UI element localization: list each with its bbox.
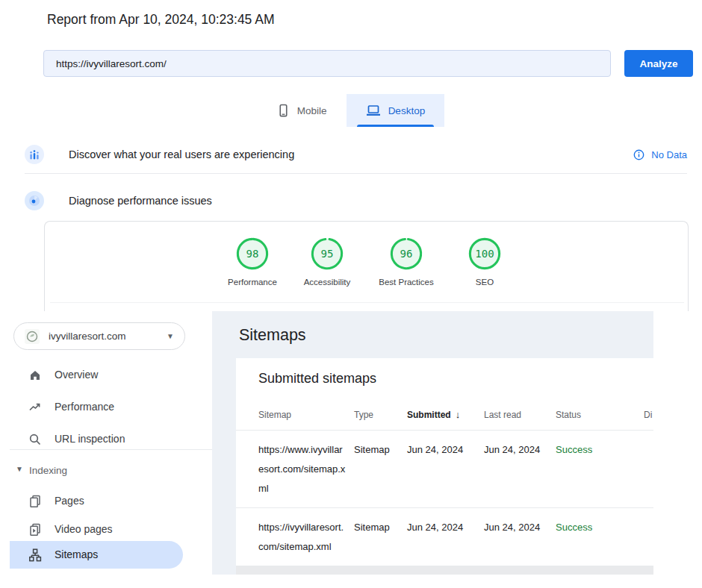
gauge-performance[interactable]: 98 Performance <box>219 237 286 287</box>
screen: Report from Apr 10, 2024, 10:23:45 AM An… <box>0 0 702 588</box>
laptop-icon <box>366 104 381 117</box>
diagnose-row: Diagnose performance issues <box>25 188 687 213</box>
report-title: Report from Apr 10, 2024, 10:23:45 AM <box>47 12 275 28</box>
gsc-sidebar: ivyvillaresort.com ▼ Overview Performanc… <box>10 311 212 575</box>
cell-type: Sitemap <box>354 440 407 498</box>
tab-desktop-label: Desktop <box>388 105 426 116</box>
column-header-last-read[interactable]: Last read <box>484 410 556 420</box>
section-divider <box>25 173 687 174</box>
tab-mobile-label: Mobile <box>297 105 327 116</box>
sidebar-item-label: Sitemaps <box>55 548 98 560</box>
card-title: Submitted sitemaps <box>236 358 653 387</box>
chevron-down-icon: ▼ <box>167 332 174 340</box>
diagnose-label: Diagnose performance issues <box>69 195 212 207</box>
smartphone-icon <box>277 104 290 118</box>
sidebar-item-label: Pages <box>55 495 84 507</box>
cell-type: Sitemap <box>354 518 407 557</box>
field-data-row: Discover what your real users are experi… <box>25 142 687 167</box>
score-label: Accessibility <box>293 278 361 287</box>
cell-sitemap-url: https://www.ivyvillaresort.com/sitemap.x… <box>258 440 354 498</box>
pagespeed-report-section: Report from Apr 10, 2024, 10:23:45 AM An… <box>0 0 702 311</box>
sidebar-group-label: Indexing <box>29 465 67 476</box>
sidebar-item-performance[interactable]: Performance <box>10 392 193 423</box>
device-tabs: Mobile Desktop <box>0 94 702 127</box>
pages-icon <box>28 495 42 508</box>
table-header-row: Sitemap Type Submitted↓ Last read Status… <box>236 409 653 431</box>
score-value: 95 <box>293 237 361 271</box>
sidebar-item-label: URL inspection <box>55 433 125 445</box>
status-badge: Success <box>556 440 644 498</box>
url-input[interactable] <box>43 50 611 77</box>
analyze-button[interactable]: Analyze <box>624 50 693 77</box>
chevron-down-icon: ▼ <box>16 465 23 473</box>
real-users-icon <box>25 145 44 164</box>
sidebar-item-url-inspection[interactable]: URL inspection <box>10 424 193 455</box>
sidebar-item-label: Performance <box>55 401 114 413</box>
column-header-discovered[interactable]: Di <box>644 410 653 420</box>
column-header-sitemap[interactable]: Sitemap <box>258 410 354 420</box>
page-title: Sitemaps <box>239 326 306 345</box>
home-icon <box>28 369 42 382</box>
info-icon[interactable] <box>633 149 644 160</box>
table-row[interactable]: https://www.ivyvillaresort.com/sitemap.x… <box>236 431 653 508</box>
gsc-main-area: Sitemaps Submitted sitemaps Sitemap Type… <box>212 311 653 575</box>
sidebar-item-label: Overview <box>55 369 98 381</box>
field-data-label: Discover what your real users are experi… <box>69 148 294 160</box>
column-header-label: Submitted <box>407 410 451 420</box>
sort-desc-icon: ↓ <box>456 409 461 420</box>
sidebar-item-sitemaps[interactable]: Sitemaps <box>10 539 193 571</box>
sidebar-divider <box>10 449 212 450</box>
sidebar-item-overview[interactable]: Overview <box>10 360 193 391</box>
tab-mobile[interactable]: Mobile <box>258 94 347 127</box>
property-name: ivyvillaresort.com <box>49 331 126 342</box>
tab-desktop[interactable]: Desktop <box>347 94 445 127</box>
cell-sitemap-url: https://ivyvillaresort.com/sitemap.xml <box>258 518 354 557</box>
property-favicon <box>25 329 40 344</box>
score-value: 100 <box>451 237 518 271</box>
search-icon <box>28 433 42 446</box>
gauge-accessibility[interactable]: 95 Accessibility <box>293 237 361 287</box>
submitted-sitemaps-card: Submitted sitemaps Sitemap Type Submitte… <box>236 358 653 575</box>
diagnose-icon <box>25 191 44 210</box>
score-label: SEO <box>451 278 518 287</box>
cell-submitted: Jun 24, 2024 <box>407 518 484 557</box>
cell-submitted: Jun 24, 2024 <box>407 440 484 498</box>
property-selector[interactable]: ivyvillaresort.com ▼ <box>13 322 185 350</box>
column-header-submitted[interactable]: Submitted↓ <box>407 409 484 420</box>
score-label: Best Practices <box>373 278 440 287</box>
cell-discovered <box>644 518 653 557</box>
score-value: 98 <box>219 237 286 271</box>
sidebar-item-pages[interactable]: Pages <box>10 486 193 517</box>
no-data-link[interactable]: No Data <box>651 149 687 160</box>
cell-last-read: Jun 24, 2024 <box>484 518 556 557</box>
sitemaps-icon <box>28 548 42 562</box>
score-value: 96 <box>373 237 440 271</box>
sidebar-group-indexing[interactable]: ▼ Indexing <box>10 461 193 484</box>
sidebar-item-label: Video pages <box>55 523 113 535</box>
trending-up-icon <box>28 401 42 414</box>
column-header-status[interactable]: Status <box>556 410 644 420</box>
gauge-seo[interactable]: 100 SEO <box>451 237 518 287</box>
card-inner-divider <box>50 302 684 303</box>
cell-last-read: Jun 24, 2024 <box>484 440 556 498</box>
lighthouse-scores-card: 98 Performance 95 Accessibility 96 Best … <box>44 221 689 311</box>
score-label: Performance <box>219 278 286 287</box>
gauge-best-practices[interactable]: 96 Best Practices <box>373 237 440 287</box>
column-header-type[interactable]: Type <box>354 410 407 420</box>
status-badge: Success <box>556 518 644 557</box>
video-pages-icon <box>28 523 42 537</box>
table-footer-bar <box>236 566 653 575</box>
cell-discovered <box>644 440 653 498</box>
search-console-section: ivyvillaresort.com ▼ Overview Performanc… <box>10 311 653 575</box>
table-row[interactable]: https://ivyvillaresort.com/sitemap.xml S… <box>236 508 653 566</box>
